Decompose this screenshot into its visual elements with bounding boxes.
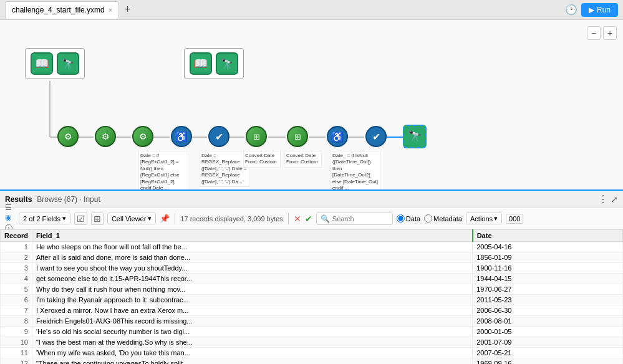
zoom-in-button[interactable]: + — [603, 26, 617, 40]
book-node-1[interactable]: 📖 — [31, 52, 53, 75]
node-label-4: Convert Date From: Custom — [284, 151, 322, 168]
cell-field1: 'He's so old his social security number … — [32, 327, 472, 337]
table-row: 5 Why do they call it rush hour when not… — [1, 284, 623, 295]
pin-icon[interactable]: 📌 — [160, 214, 170, 223]
results-table: Record Field_1 Date 1 He who sleeps on t… — [0, 229, 623, 364]
field-count-chevron: ▾ — [62, 214, 66, 223]
results-header-actions: ⋮ ⤢ — [598, 193, 618, 205]
cell-viewer[interactable]: Cell Viewer ▾ — [107, 213, 156, 224]
run-button[interactable]: ▶ Run — [581, 3, 618, 17]
cell-record: 3 — [1, 263, 32, 274]
tab-actions: 🕑 ▶ Run — [565, 3, 618, 17]
results-expand-icon[interactable]: ⤢ — [611, 194, 618, 204]
cell-date: 1969-09-16 — [473, 358, 623, 365]
top-box-1: 📖 🔭 — [25, 48, 85, 79]
results-subtitle: Browse (67) · Input — [37, 195, 100, 204]
cell-date: 1900-11-16 — [473, 263, 623, 274]
cell-date: 2007-05-21 — [473, 348, 623, 358]
cell-record: 2 — [1, 252, 32, 263]
flow-node-5[interactable]: ✔ — [208, 126, 229, 147]
cell-record: 8 — [1, 316, 32, 327]
cell-record: 5 — [1, 284, 32, 295]
cell-date: 1944-04-15 — [473, 274, 623, 284]
chart-icon[interactable]: ◉ — [5, 213, 12, 222]
field-count[interactable]: 2 of 2 Fields ▾ — [19, 213, 70, 224]
clear-button[interactable]: ✕ — [294, 214, 301, 224]
canvas-area: 📖 🔭 📖 🔭 ⚙ ⚙ ⚙ ♿ — [0, 20, 623, 189]
search-input[interactable] — [332, 215, 389, 223]
table-row: 1 He who sleeps on the floor will not fa… — [1, 242, 623, 252]
table-row: 2 After all is said and done, more is sa… — [1, 252, 623, 263]
results-options-icon[interactable]: ⋮ — [598, 193, 608, 205]
flow-node-10[interactable]: 🔭 — [403, 125, 427, 148]
table-row: 4 get someone else to do it.15-APR-1944T… — [1, 274, 623, 284]
cell-record: 9 — [1, 327, 32, 337]
divider-2 — [288, 213, 289, 224]
data-radio[interactable]: Data — [397, 214, 420, 223]
cell-field1: "These are the continuing voyagesTo bold… — [32, 358, 472, 365]
col-header-date: Date — [473, 230, 623, 242]
metadata-radio[interactable]: Metadata — [424, 214, 462, 223]
table-row: 10 "I was the best man at the wedding.So… — [1, 337, 623, 348]
results-header: Results Browse (67) · Input ⋮ ⤢ — [0, 191, 623, 208]
flow-node-6[interactable]: ⊞ — [246, 126, 267, 147]
col-header-record: Record — [1, 230, 32, 242]
book-node-2[interactable]: 📖 — [190, 52, 212, 75]
record-count: 17 records displayed, 3,099 bytes — [180, 215, 283, 223]
tab-label: challenge_4_start_file.yxmd — [12, 6, 105, 14]
node-label-3: Convert Date From: Custom — [243, 151, 281, 168]
binoculars-node-2[interactable]: 🔭 — [216, 52, 238, 75]
flow-node-3[interactable]: ⚙ — [132, 126, 153, 147]
results-toolbar: ☰ ◉ ⓘ 2 of 2 Fields ▾ ☑ ⊞ Cell Viewer ▾ … — [0, 208, 623, 229]
cell-date: 2005-04-16 — [473, 242, 623, 252]
flow-node-1[interactable]: ⚙ — [57, 126, 79, 147]
flow-node-2[interactable]: ⚙ — [95, 126, 116, 147]
cell-date: 2006-06-30 — [473, 305, 623, 316]
flow-node-8[interactable]: ♿ — [327, 126, 348, 147]
node-label-1: Date = if [RegExOut1_2] = Null() then [R… — [138, 151, 188, 189]
binoculars-node-1[interactable]: 🔭 — [57, 52, 79, 75]
cell-record: 6 — [1, 295, 32, 305]
cell-date: 2011-05-23 — [473, 295, 623, 305]
cell-field1: I Xeroxed a mirror. Now I have an extra … — [32, 305, 472, 316]
search-box[interactable]: 🔍 — [316, 213, 393, 225]
cell-record: 1 — [1, 242, 32, 252]
flow-node-7[interactable]: ⊞ — [287, 126, 308, 147]
cell-field1: After all is said and done, more is said… — [32, 252, 472, 263]
cell-record: 7 — [1, 305, 32, 316]
flow-node-9[interactable]: ✔ — [365, 126, 387, 147]
history-button[interactable]: 🕑 — [565, 4, 577, 16]
columns-button[interactable]: 000 — [506, 214, 523, 224]
actions-button[interactable]: Actions ▾ — [466, 213, 502, 224]
cell-date: 2001-07-09 — [473, 337, 623, 348]
table-row: 12 "These are the continuing voyagesTo b… — [1, 358, 623, 365]
cell-record: 4 — [1, 274, 32, 284]
top-box-2: 📖 🔭 — [184, 48, 244, 79]
table-row: 9 'He's so old his social security numbe… — [1, 327, 623, 337]
cell-field1: Freidrich Engels01-AUG-08This record is … — [32, 316, 472, 327]
results-panel: Results Browse (67) · Input ⋮ ⤢ ☰ ◉ ⓘ 2 … — [0, 189, 623, 364]
divider-1 — [175, 213, 175, 224]
results-title: Results — [5, 195, 32, 204]
cell-record: 12 — [1, 358, 32, 365]
table-row: 6 I'm taking the Ryanair approach to it:… — [1, 295, 623, 305]
add-tab-button[interactable]: + — [120, 3, 135, 16]
radio-group: Data Metadata — [397, 214, 462, 223]
node-label-2: Date = REGEX_Replace ([Date], '.', '-') … — [200, 151, 249, 187]
close-tab-button[interactable]: × — [109, 6, 112, 14]
active-tab[interactable]: challenge_4_start_file.yxmd × — [5, 1, 119, 19]
data-table: Record Field_1 Date 1 He who sleeps on t… — [0, 229, 623, 364]
tab-bar: challenge_4_start_file.yxmd × + 🕑 ▶ Run — [0, 0, 623, 20]
check-boxes-icon[interactable]: ☑ — [74, 213, 87, 225]
flow-node-4[interactable]: ♿ — [171, 126, 192, 147]
table-row: 11 'When my wife was asked, 'Do you take… — [1, 348, 623, 358]
cell-field1: He who sleeps on the floor will not fall… — [32, 242, 472, 252]
rows-icon[interactable]: ☰ — [5, 203, 12, 212]
confirm-button[interactable]: ✔ — [305, 214, 312, 224]
zoom-out-button[interactable]: − — [587, 26, 601, 40]
table-icon[interactable]: ⊞ — [91, 213, 104, 225]
col-header-field1: Field_1 — [32, 230, 472, 242]
table-row: 8 Freidrich Engels01-AUG-08This record i… — [1, 316, 623, 327]
search-icon: 🔍 — [321, 214, 330, 223]
cell-field1: "I was the best man at the wedding.So wh… — [32, 337, 472, 348]
